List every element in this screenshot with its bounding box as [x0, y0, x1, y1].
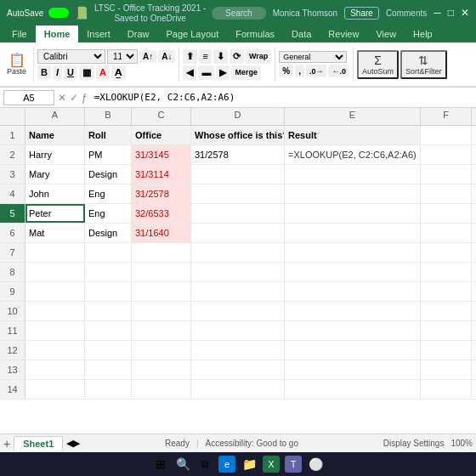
cell-a13[interactable]: [26, 360, 85, 379]
cell-f7[interactable]: [421, 243, 472, 262]
cell-c8[interactable]: [132, 263, 191, 281]
cell-c12[interactable]: [132, 341, 191, 360]
tab-formulas[interactable]: Formulas: [227, 26, 283, 42]
underline-btn[interactable]: U: [64, 65, 77, 79]
cell-d1[interactable]: Whose office is this?: [191, 126, 285, 144]
cell-b5[interactable]: Eng: [85, 204, 132, 223]
cell-d13[interactable]: [191, 360, 285, 379]
formula-input[interactable]: [91, 92, 473, 103]
font-family-select[interactable]: Calibri: [37, 49, 105, 64]
cell-d10[interactable]: [191, 302, 285, 320]
tab-insert[interactable]: Insert: [78, 26, 119, 42]
border-btn[interactable]: ▦: [79, 65, 94, 80]
cell-d4[interactable]: [191, 184, 285, 203]
cell-g3[interactable]: [472, 165, 476, 184]
taskbar-chrome-icon[interactable]: ⚪: [307, 456, 324, 473]
cell-c6[interactable]: 31/1640: [132, 224, 191, 242]
cell-b14[interactable]: [85, 380, 132, 399]
italic-btn[interactable]: I: [53, 65, 62, 79]
merge-btn[interactable]: Merge: [231, 65, 261, 80]
cell-g4[interactable]: [472, 184, 476, 203]
sheet-scroll-left[interactable]: ◀: [66, 438, 73, 449]
cell-a11[interactable]: [26, 321, 85, 340]
cell-g7[interactable]: [472, 243, 476, 262]
cell-c3[interactable]: 31/3114: [132, 165, 191, 184]
add-sheet-btn[interactable]: +: [3, 437, 10, 450]
taskbar-edge-icon[interactable]: e: [218, 456, 235, 473]
cell-d3[interactable]: [191, 165, 285, 184]
align-top-btn[interactable]: ⬆: [183, 49, 197, 64]
cell-a3[interactable]: Mary: [26, 165, 85, 184]
col-header-f[interactable]: F: [421, 108, 472, 125]
cell-g8[interactable]: [472, 263, 476, 281]
sum-btn[interactable]: Σ AutoSum: [357, 50, 399, 79]
insert-function-icon[interactable]: ƒ: [82, 92, 88, 104]
cell-e1[interactable]: Result: [285, 126, 421, 144]
cell-d12[interactable]: [191, 341, 285, 360]
tab-review[interactable]: Review: [320, 26, 367, 42]
cell-c1[interactable]: Office: [132, 126, 191, 144]
sheet-scroll-right[interactable]: ▶: [73, 438, 80, 449]
comma-btn[interactable]: ,: [295, 65, 304, 77]
taskbar-windows-icon[interactable]: ⊞: [152, 456, 169, 473]
cell-f10[interactable]: [421, 302, 472, 320]
tab-help[interactable]: Help: [405, 26, 441, 42]
cell-f14[interactable]: [421, 380, 472, 399]
col-header-c[interactable]: C: [132, 108, 191, 125]
cell-b11[interactable]: [85, 321, 132, 340]
cell-d14[interactable]: [191, 380, 285, 399]
cell-b6[interactable]: Design: [85, 224, 132, 242]
cell-a10[interactable]: [26, 302, 85, 320]
number-format-select[interactable]: General: [279, 51, 347, 63]
cell-b9[interactable]: [85, 282, 132, 301]
cell-g9[interactable]: [472, 282, 476, 301]
taskbar-taskview-icon[interactable]: ⧉: [196, 456, 213, 473]
cell-a6[interactable]: Mat: [26, 224, 85, 242]
cell-a2[interactable]: Harry: [26, 145, 85, 164]
right-align-btn[interactable]: ▶: [216, 65, 230, 80]
cell-a1[interactable]: Name: [26, 126, 85, 144]
cell-c4[interactable]: 31/2578: [132, 184, 191, 203]
sheet1-tab[interactable]: Sheet1: [14, 436, 63, 450]
display-settings[interactable]: Display Settings: [383, 439, 445, 448]
cell-c5[interactable]: 32/6533: [132, 204, 191, 223]
cell-g11[interactable]: [472, 321, 476, 340]
cell-e2[interactable]: =XLOOKUP(E2, C2:C6,A2:A6): [285, 145, 421, 164]
left-align-btn[interactable]: ◀: [183, 65, 196, 80]
cell-e13[interactable]: [285, 360, 421, 379]
taskbar-teams-icon[interactable]: T: [285, 456, 302, 473]
cell-f3[interactable]: [421, 165, 472, 184]
cell-e4[interactable]: [285, 184, 421, 203]
cell-c14[interactable]: [132, 380, 191, 399]
col-header-a[interactable]: A: [26, 108, 85, 125]
cell-c7[interactable]: [132, 243, 191, 262]
decrease-font-btn[interactable]: A↓: [158, 50, 175, 63]
cell-c10[interactable]: [132, 302, 191, 320]
cell-d8[interactable]: [191, 263, 285, 281]
cell-f6[interactable]: [421, 224, 472, 242]
col-header-d[interactable]: D: [191, 108, 285, 125]
col-header-e[interactable]: E: [285, 108, 421, 125]
search-box[interactable]: Search: [212, 7, 266, 20]
cell-b13[interactable]: [85, 360, 132, 379]
cell-b3[interactable]: Design: [85, 165, 132, 184]
cell-g5[interactable]: [472, 204, 476, 223]
confirm-formula-icon[interactable]: ✓: [70, 92, 78, 104]
cell-f12[interactable]: [421, 341, 472, 360]
cell-c2[interactable]: 31/3145: [132, 145, 191, 164]
cell-e11[interactable]: [285, 321, 421, 340]
cell-g13[interactable]: [472, 360, 476, 379]
font-size-select[interactable]: 11: [107, 49, 138, 64]
cell-f5[interactable]: [421, 204, 472, 223]
minimize-btn[interactable]: ─: [434, 7, 441, 19]
cell-g10[interactable]: [472, 302, 476, 320]
cell-f1[interactable]: [421, 126, 472, 144]
wrap-btn[interactable]: Wrap: [246, 49, 271, 64]
cell-ref-input[interactable]: [3, 90, 54, 105]
align-mid-btn[interactable]: ≡: [199, 49, 211, 64]
cell-d9[interactable]: [191, 282, 285, 301]
cell-f13[interactable]: [421, 360, 472, 379]
tab-data[interactable]: Data: [283, 26, 320, 42]
cell-a5[interactable]: Peter: [26, 204, 85, 223]
col-header-b[interactable]: B: [85, 108, 132, 125]
